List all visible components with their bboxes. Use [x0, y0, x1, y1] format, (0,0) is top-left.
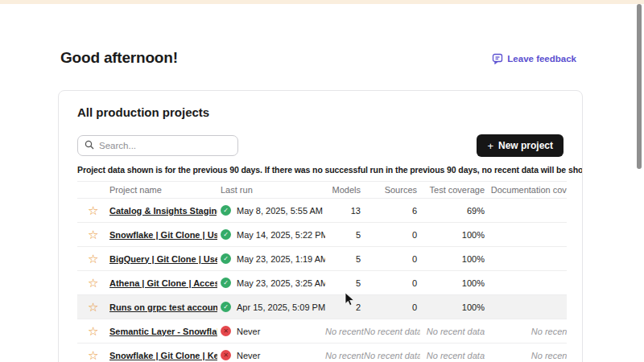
doc-coverage-value: No recent data	[488, 327, 567, 336]
column-project-name: Project name	[106, 185, 217, 195]
models-value: 5	[325, 254, 364, 264]
sources-value: 0	[364, 230, 420, 240]
test-coverage-value: No recent data	[420, 351, 488, 360]
feedback-bubble-icon	[492, 53, 503, 64]
column-test-coverage: Test coverage	[420, 185, 488, 195]
success-icon: ✓	[221, 205, 231, 216]
doc-coverage-value: No recent data	[488, 351, 567, 360]
favorite-star-icon[interactable]: ☆	[77, 349, 98, 361]
test-coverage-value: 69%	[420, 206, 488, 216]
favorite-star-icon[interactable]: ☆	[77, 253, 98, 265]
success-icon: ✓	[221, 302, 231, 312]
projects-table: Project name Last run Models Sources Tes…	[77, 181, 567, 362]
models-value: No recent data	[325, 351, 364, 360]
search-input[interactable]	[99, 141, 231, 150]
table-header-row: Project name Last run Models Sources Tes…	[77, 181, 567, 199]
column-doc-coverage: Documentation coverage	[488, 185, 567, 195]
page-title: Good afternoon!	[60, 49, 178, 67]
test-coverage-value: 100%	[420, 302, 488, 312]
all-production-projects-card: All production projects + New project Pr…	[58, 90, 583, 362]
success-icon: ✓	[221, 229, 231, 240]
success-icon: ✓	[221, 278, 231, 288]
project-link[interactable]: Athena | Git Clone | Acces...	[109, 278, 217, 288]
favorite-star-icon[interactable]: ☆	[77, 228, 98, 241]
never-ran-icon: ✕	[221, 326, 231, 336]
favorite-star-icon[interactable]: ☆	[77, 325, 98, 337]
test-coverage-value: No recent data	[420, 327, 488, 336]
leave-feedback-label: Leave feedback	[507, 54, 576, 64]
new-project-button[interactable]: + New project	[477, 134, 564, 157]
sources-value: 0	[364, 302, 420, 312]
test-coverage-value: 100%	[420, 254, 488, 264]
new-project-label: New project	[498, 140, 553, 151]
success-icon: ✓	[221, 253, 231, 264]
models-value: 2	[325, 302, 364, 312]
test-coverage-value: 100%	[420, 230, 488, 240]
table-row[interactable]: ☆ Catalog & Insights Staging... ✓May 8, …	[77, 199, 567, 223]
column-models: Models	[325, 185, 364, 195]
models-value: 5	[325, 230, 364, 240]
column-sources: Sources	[364, 185, 420, 195]
favorite-star-icon[interactable]: ☆	[77, 204, 98, 216]
last-run-value: Apr 15, 2025, 5:09 PM BS	[237, 302, 325, 312]
table-row[interactable]: ☆ Snowflake | Git Clone | Key... ✕Never …	[77, 343, 567, 362]
models-value: No recent data	[325, 327, 364, 336]
last-run-value: Never	[237, 351, 260, 360]
project-link[interactable]: Semantic Layer - Snowflake	[109, 327, 217, 336]
sources-value: 0	[364, 278, 420, 288]
project-link[interactable]: BigQuery | Git Clone | User...	[109, 254, 217, 264]
sources-value: 0	[364, 254, 420, 264]
last-run-value: May 14, 2025, 5:22 PM BS	[237, 230, 325, 240]
column-last-run: Last run	[217, 185, 325, 195]
test-coverage-value: 100%	[420, 278, 488, 288]
favorite-star-icon[interactable]: ☆	[77, 277, 98, 289]
table-row[interactable]: ☆ Athena | Git Clone | Acces... ✓May 23,…	[77, 271, 567, 295]
project-search[interactable]	[77, 135, 238, 156]
sources-value: No recent data	[364, 351, 420, 360]
project-link[interactable]: Catalog & Insights Staging...	[109, 206, 217, 216]
sources-value: No recent data	[364, 327, 420, 336]
never-ran-icon: ✕	[221, 350, 231, 360]
search-icon	[85, 138, 94, 153]
vertical-scrollbar-thumb[interactable]	[637, 4, 642, 169]
models-value: 13	[325, 206, 364, 216]
project-link[interactable]: Runs on grpc test account	[109, 302, 217, 312]
card-title: All production projects	[77, 105, 209, 119]
models-value: 5	[325, 278, 364, 288]
top-accent-bar	[0, 0, 644, 4]
table-row[interactable]: ☆ BigQuery | Git Clone | User... ✓May 23…	[77, 247, 567, 271]
plus-icon: +	[487, 140, 493, 152]
last-run-value: May 23, 2025, 3:25 AM B	[237, 278, 325, 288]
leave-feedback-link[interactable]: Leave feedback	[492, 53, 576, 64]
project-link[interactable]: Snowflake | Git Clone | Use...	[109, 230, 217, 240]
data-range-notice: Project data shown is for the previous 9…	[77, 165, 583, 175]
favorite-star-icon[interactable]: ☆	[77, 301, 98, 313]
table-row[interactable]: ☆ Snowflake | Git Clone | Use... ✓May 14…	[77, 223, 567, 247]
sources-value: 6	[364, 206, 420, 216]
last-run-value: Never	[237, 327, 260, 336]
last-run-value: May 23, 2025, 1:19 AM BS	[237, 254, 325, 264]
table-row[interactable]: ☆ Semantic Layer - Snowflake ✕Never No r…	[77, 319, 567, 343]
last-run-value: May 8, 2025, 5:55 AM BS	[237, 206, 325, 216]
table-row-hovered[interactable]: ☆ Runs on grpc test account ✓Apr 15, 202…	[77, 295, 567, 319]
project-link[interactable]: Snowflake | Git Clone | Key...	[109, 351, 217, 360]
